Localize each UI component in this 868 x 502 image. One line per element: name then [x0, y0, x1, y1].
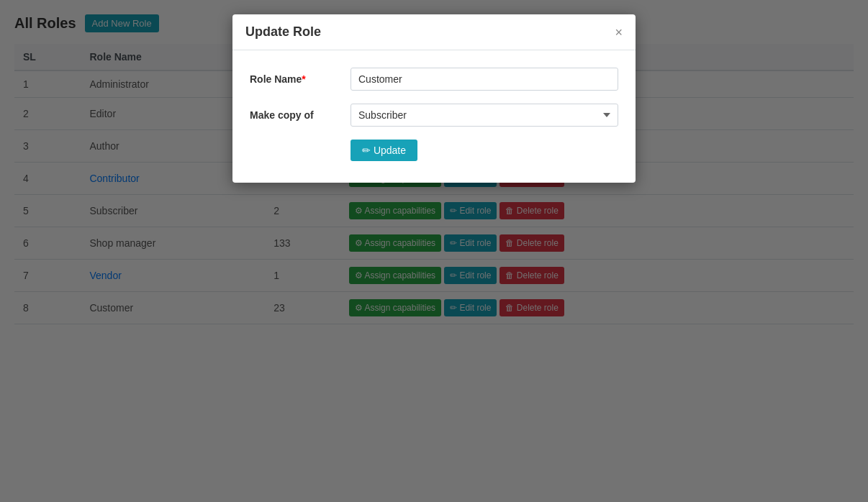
make-copy-select[interactable]: AdministratorEditorAuthorContributorSubs… — [351, 104, 618, 127]
page-background: All Roles Add New Role SL Role Name Acti… — [0, 0, 868, 502]
role-name-input[interactable] — [351, 68, 618, 91]
modal-body: Role Name* Make copy of AdministratorEdi… — [232, 50, 636, 183]
role-name-group: Role Name* — [250, 68, 618, 91]
modal-title: Update Role — [245, 24, 321, 40]
update-button[interactable]: Update — [351, 140, 417, 161]
modal-overlay: Update Role × Role Name* Make copy of Ad… — [0, 0, 868, 502]
modal-header: Update Role × — [232, 14, 636, 50]
make-copy-label: Make copy of — [250, 109, 351, 121]
make-copy-group: Make copy of AdministratorEditorAuthorCo… — [250, 104, 618, 127]
update-role-modal: Update Role × Role Name* Make copy of Ad… — [232, 14, 636, 183]
modal-close-button[interactable]: × — [615, 26, 623, 39]
role-name-label: Role Name* — [250, 73, 351, 85]
